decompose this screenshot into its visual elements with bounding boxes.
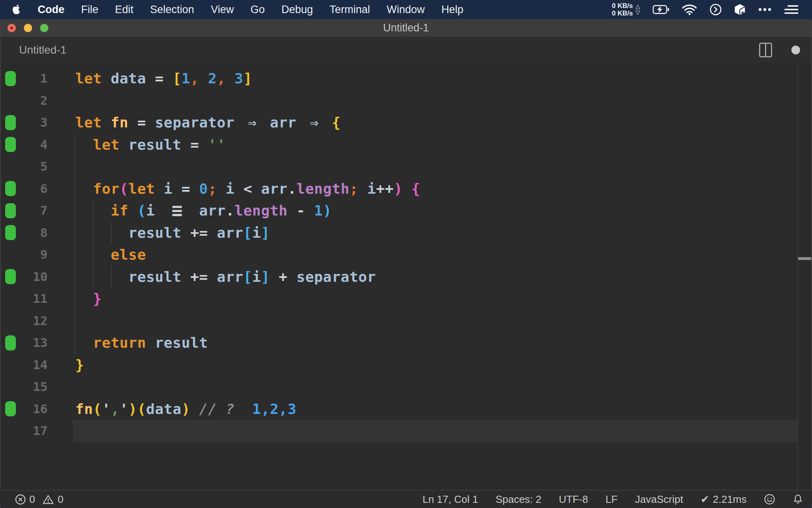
more-dots-icon[interactable]: [758, 8, 772, 12]
apple-icon[interactable]: [12, 4, 21, 15]
error-count: 0: [29, 493, 35, 506]
menu-item-terminal[interactable]: Terminal: [329, 4, 370, 16]
cursor-position[interactable]: Ln 17, Col 1: [423, 493, 478, 506]
code-line-7[interactable]: if (i ≡ arr.length - 1): [75, 200, 332, 222]
network-up-speed: 0 KB/s: [612, 2, 633, 10]
menu-item-file[interactable]: File: [81, 4, 99, 16]
line-number-8[interactable]: 8: [0, 222, 48, 244]
menu-item-view[interactable]: View: [211, 4, 234, 16]
indent-guide: [111, 222, 112, 244]
menu-item-code[interactable]: Code: [38, 4, 65, 16]
close-button[interactable]: [8, 24, 16, 32]
line-number-5[interactable]: 5: [0, 156, 48, 178]
list-icon[interactable]: [784, 4, 799, 15]
line-number-17[interactable]: 17: [0, 420, 48, 442]
line-number-15[interactable]: 15: [0, 376, 48, 398]
network-down-speed: 0 KB/s: [612, 10, 633, 17]
perf-indicator[interactable]: ✔ 2.21ms: [701, 493, 747, 506]
line-number-12[interactable]: 12: [0, 310, 48, 332]
code-line-6[interactable]: for(let i = 0; i < arr.length; i++) {: [75, 178, 420, 200]
line-number-14[interactable]: 14: [0, 354, 48, 376]
split-editor-icon[interactable]: [759, 42, 772, 58]
window-title: Untitled-1: [383, 22, 429, 34]
indent-guide: [75, 134, 75, 354]
battery-charging-icon[interactable]: [653, 5, 669, 14]
error-icon: [15, 494, 26, 505]
scrollbar-divider: [797, 63, 798, 490]
tab-untitled-1[interactable]: Untitled-1: [19, 44, 67, 56]
indent-guide: [111, 266, 112, 288]
code-line-16[interactable]: fn(',')(data) // ? 1,2,3: [75, 398, 297, 420]
line-number-1[interactable]: 1: [0, 67, 48, 90]
line-number-3[interactable]: 3: [0, 112, 48, 134]
feedback-smiley-icon[interactable]: [764, 494, 775, 505]
code-line-8[interactable]: result += arr[i]: [75, 222, 270, 244]
problems-indicator[interactable]: 0 0: [15, 493, 63, 506]
code-line-4[interactable]: let result = '': [75, 134, 226, 156]
language-mode[interactable]: JavaScript: [635, 493, 683, 506]
line-number-11[interactable]: 11: [0, 288, 48, 310]
encoding-setting[interactable]: UTF-8: [559, 493, 588, 506]
warning-icon: [42, 494, 54, 505]
circle-chevron-icon[interactable]: [710, 4, 722, 15]
zoom-button[interactable]: [40, 24, 48, 32]
line-number-10[interactable]: 10: [0, 266, 48, 288]
unsaved-changes-dot[interactable]: [791, 46, 800, 54]
code-line-3[interactable]: let fn = separator ⇒ arr ⇒ {: [75, 112, 341, 134]
menu-item-go[interactable]: Go: [251, 4, 265, 16]
code-line-10[interactable]: result += arr[i] + separator: [75, 266, 376, 288]
wifi-icon[interactable]: [682, 4, 697, 15]
code-editor[interactable]: 1234567891011121314151617 let data = [1,…: [0, 63, 812, 490]
up-arrow-icon: △: [636, 4, 640, 10]
code-line-13[interactable]: return result: [75, 332, 208, 354]
code-line-11[interactable]: }: [75, 288, 102, 310]
line-number-16[interactable]: 16: [0, 398, 48, 420]
check-icon: ✔: [701, 493, 709, 506]
line-number-13[interactable]: 13: [0, 332, 48, 354]
eol-setting[interactable]: LF: [605, 493, 617, 506]
line-number-6[interactable]: 6: [0, 178, 48, 200]
code-line-14[interactable]: }: [75, 354, 84, 376]
indentation-setting[interactable]: Spaces: 2: [496, 493, 542, 506]
code-line-1[interactable]: let data = [1, 2, 3]: [75, 67, 252, 90]
line-number-7[interactable]: 7: [0, 200, 48, 222]
warning-count: 0: [57, 493, 63, 506]
line-number-4[interactable]: 4: [0, 134, 48, 156]
menu-item-edit[interactable]: Edit: [115, 4, 134, 16]
down-arrow-icon: ▽: [636, 10, 640, 15]
code-line-9[interactable]: else: [75, 244, 146, 266]
menu-item-selection[interactable]: Selection: [150, 4, 194, 16]
menu-bar: CodeFileEditSelectionViewGoDebugTerminal…: [0, 0, 812, 19]
menu-items: CodeFileEditSelectionViewGoDebugTerminal…: [38, 4, 463, 16]
status-bar: 0 0 Ln 17, Col 1 Spaces: 2 UTF-8 LF Java…: [0, 490, 812, 508]
minimize-button[interactable]: [24, 24, 32, 32]
current-line-highlight: [73, 420, 798, 442]
indent-guide: [93, 200, 94, 288]
notifications-bell-icon[interactable]: [793, 494, 803, 505]
menu-item-debug[interactable]: Debug: [282, 4, 313, 16]
window-left-edge: [0, 19, 1, 508]
line-number-9[interactable]: 9: [0, 244, 48, 266]
window-titlebar: Untitled-1: [0, 19, 812, 37]
line-number-2[interactable]: 2: [0, 90, 48, 112]
network-speed-indicator[interactable]: 0 KB/s 0 KB/s △ ▽: [612, 2, 640, 17]
menu-item-window[interactable]: Window: [387, 4, 425, 16]
editor-tab-bar: Untitled-1: [0, 37, 812, 63]
package-icon[interactable]: [734, 4, 745, 15]
overview-ruler-cursor-marker: [798, 257, 812, 260]
perf-time: 2.21ms: [713, 493, 747, 506]
menu-item-help[interactable]: Help: [441, 4, 463, 16]
